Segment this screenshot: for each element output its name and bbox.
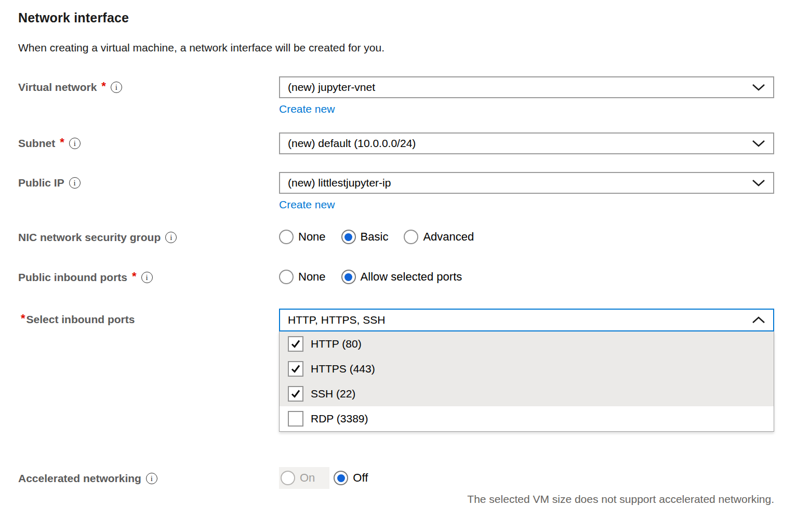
- virtual-network-create-new-link[interactable]: Create new: [279, 103, 335, 115]
- nic-nsg-label-group: NIC network security group: [18, 230, 279, 245]
- nic-nsg-radio-none[interactable]: None: [279, 230, 326, 244]
- inbound-ports-radio-none[interactable]: None: [279, 270, 326, 284]
- dropdown-option-https[interactable]: HTTPS (443): [280, 356, 774, 381]
- checkbox-checked-icon[interactable]: [288, 361, 303, 377]
- subnet-row: Subnet * (new) default (10.0.0.0/24): [18, 132, 774, 154]
- required-asterisk: *: [132, 271, 137, 282]
- virtual-network-label: Virtual network: [18, 81, 97, 94]
- public-ip-row: Public IP (new) littlestjupyter-ip Creat…: [18, 172, 774, 211]
- info-icon[interactable]: [146, 473, 157, 484]
- checkbox-checked-icon[interactable]: [288, 386, 303, 402]
- select-inbound-ports-row: * Select inbound ports HTTP, HTTPS, SSH …: [18, 309, 774, 432]
- page-title: Network interface: [18, 10, 796, 25]
- subnet-label-group: Subnet *: [18, 132, 279, 154]
- public-ip-select[interactable]: (new) littlestjupyter-ip: [279, 172, 774, 194]
- select-inbound-ports-label: Select inbound ports: [26, 313, 135, 326]
- public-inbound-ports-label: Public inbound ports: [18, 271, 127, 284]
- info-icon[interactable]: [69, 138, 81, 149]
- public-inbound-ports-label-group: Public inbound ports *: [18, 270, 279, 285]
- accelerated-networking-note: The selected VM size does not support ac…: [279, 493, 774, 506]
- subnet-label: Subnet: [18, 137, 55, 150]
- nic-nsg-radio-group: None Basic Advanced: [279, 230, 774, 244]
- dropdown-option-rdp[interactable]: RDP (3389): [280, 406, 774, 431]
- chevron-down-icon: [752, 139, 765, 148]
- required-asterisk: *: [21, 313, 25, 324]
- accelerated-networking-label: Accelerated networking: [18, 472, 141, 485]
- inbound-ports-dropdown-panel: HTTP (80) HTTPS (443) SSH (22): [279, 331, 774, 432]
- radio-disabled-icon: [281, 471, 295, 485]
- page-subtitle: When creating a virtual machine, a netwo…: [18, 42, 796, 54]
- required-asterisk: *: [101, 81, 106, 92]
- accelerated-networking-toggle: On Off: [279, 467, 774, 489]
- nic-nsg-radio-advanced[interactable]: Advanced: [404, 230, 474, 244]
- info-icon[interactable]: [111, 82, 122, 93]
- radio-selected-icon: [341, 270, 356, 284]
- public-ip-label-group: Public IP: [18, 172, 279, 194]
- radio-icon: [404, 230, 418, 244]
- nic-nsg-label: NIC network security group: [18, 231, 161, 244]
- radio-icon: [279, 270, 294, 284]
- public-inbound-ports-row: Public inbound ports * None Allow select…: [18, 270, 774, 285]
- dropdown-option-http[interactable]: HTTP (80): [280, 331, 774, 356]
- public-ip-create-new-link[interactable]: Create new: [279, 198, 335, 211]
- virtual-network-label-group: Virtual network *: [18, 76, 279, 98]
- info-icon[interactable]: [165, 232, 177, 243]
- nic-nsg-row: NIC network security group None Basic Ad…: [18, 230, 774, 245]
- select-inbound-ports-combobox[interactable]: HTTP, HTTPS, SSH: [279, 309, 774, 331]
- radio-selected-icon: [334, 471, 348, 485]
- virtual-network-value: (new) jupyter-vnet: [288, 81, 375, 94]
- checkbox-checked-icon[interactable]: [288, 336, 303, 352]
- select-inbound-ports-value: HTTP, HTTPS, SSH: [288, 314, 385, 326]
- virtual-network-select[interactable]: (new) jupyter-vnet: [279, 76, 774, 98]
- accelerated-networking-off-option[interactable]: Off: [334, 471, 368, 485]
- info-icon[interactable]: [69, 177, 81, 189]
- radio-icon: [279, 230, 294, 244]
- virtual-network-row: Virtual network * (new) jupyter-vnet Cre…: [18, 76, 774, 115]
- required-asterisk: *: [60, 137, 64, 148]
- accelerated-networking-on-option-disabled: On: [279, 467, 329, 489]
- info-icon[interactable]: [141, 272, 153, 283]
- select-inbound-ports-label-group: * Select inbound ports: [18, 309, 279, 330]
- checkbox-unchecked-icon[interactable]: [288, 411, 303, 427]
- subnet-select[interactable]: (new) default (10.0.0.0/24): [279, 132, 774, 154]
- radio-selected-icon: [341, 230, 356, 244]
- chevron-up-icon: [752, 316, 765, 324]
- nic-nsg-radio-basic[interactable]: Basic: [341, 230, 389, 244]
- public-ip-label: Public IP: [18, 177, 64, 189]
- inbound-ports-radio-allow-selected[interactable]: Allow selected ports: [341, 270, 462, 284]
- public-inbound-ports-radio-group: None Allow selected ports: [279, 270, 774, 284]
- accelerated-networking-label-group: Accelerated networking: [18, 467, 279, 490]
- network-interface-section: Network interface When creating a virtua…: [0, 0, 796, 506]
- dropdown-option-ssh[interactable]: SSH (22): [280, 381, 774, 406]
- chevron-down-icon: [752, 179, 765, 187]
- chevron-down-icon: [752, 83, 765, 91]
- accelerated-networking-row: Accelerated networking On Off The select…: [18, 467, 774, 506]
- public-ip-value: (new) littlestjupyter-ip: [288, 177, 391, 189]
- subnet-value: (new) default (10.0.0.0/24): [288, 137, 416, 150]
